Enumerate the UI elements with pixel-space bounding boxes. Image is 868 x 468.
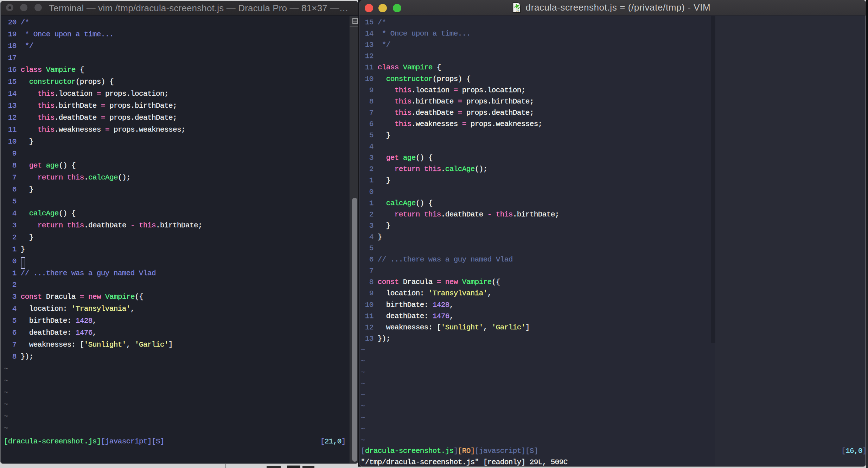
svg-text:JS: JS [516,9,519,13]
